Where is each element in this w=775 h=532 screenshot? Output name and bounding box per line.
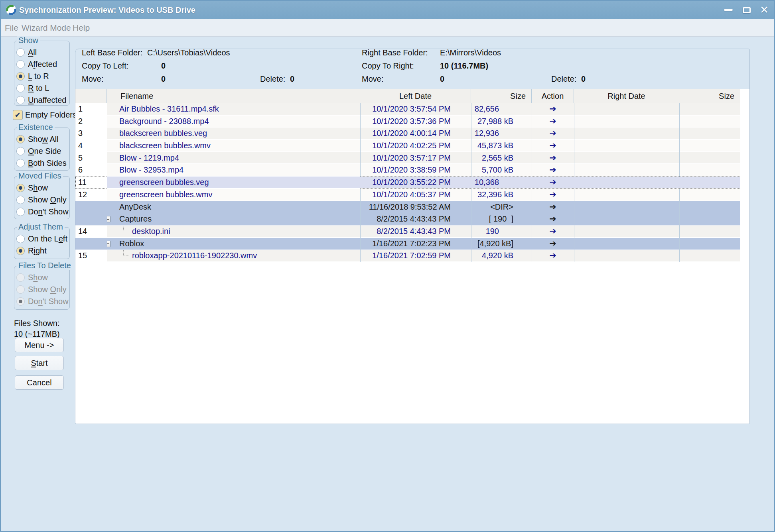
title-bar[interactable]: Synchronization Preview: Videos to USB D… xyxy=(1,1,774,19)
filename-text: robloxapp-20210116-1902230.wmv xyxy=(132,251,257,260)
table-row[interactable]: 14 desktop.ini 8/2/2015 4:43:43 PM 190 ➔ xyxy=(75,226,740,238)
cancel-button[interactable]: Cancel xyxy=(15,375,64,390)
radio-show-unaffected[interactable]: Unaffected xyxy=(14,94,69,106)
radio-show-l-to-r[interactable]: L to R xyxy=(14,70,69,82)
right-size-cell xyxy=(679,201,740,214)
right-size-cell xyxy=(679,152,740,165)
table-row[interactable]: 5 Blow - 1219.mp4 10/1/2020 3:57:17 PM 2… xyxy=(75,152,740,165)
radio-moved-show-only[interactable]: Show Only xyxy=(14,194,69,206)
radio-moved-show[interactable]: Show xyxy=(14,182,69,194)
minimize-button[interactable] xyxy=(722,1,735,19)
action-arrow-icon: ➔ xyxy=(532,238,574,250)
radio-show-all[interactable]: All xyxy=(14,46,69,58)
empty-folders-label: Empty Folders xyxy=(25,110,77,120)
filename-text: Blow - 32953.mp4 xyxy=(119,165,183,174)
action-arrow-icon: ➔ xyxy=(532,250,574,262)
filename-text: Blow - 1219.mp4 xyxy=(119,153,179,162)
size-cell: 10,368 xyxy=(471,177,532,189)
filename-text: Roblox xyxy=(119,239,144,248)
radio-icon xyxy=(16,48,25,57)
table-row[interactable]: 1 Air Bubbles - 31611.mp4.sfk 10/1/2020 … xyxy=(75,103,740,116)
filename-text: Air Bubbles - 31611.mp4.sfk xyxy=(119,104,219,113)
menu-wizard-mode[interactable]: Wizard Mode xyxy=(22,19,71,36)
radio-adjust-on-the-left[interactable]: On the Left xyxy=(14,233,69,245)
header-size[interactable]: Size xyxy=(471,89,532,103)
action-arrow-icon: ➔ xyxy=(532,128,574,140)
row-number-cell: 4 xyxy=(75,140,107,152)
right-size-cell xyxy=(679,103,740,116)
radio-existence-show-all[interactable]: Show All xyxy=(14,133,69,145)
header-left-date[interactable]: Left Date xyxy=(360,89,471,103)
action-arrow-icon: ➔ xyxy=(532,152,574,165)
left-date-cell: 10/1/2020 3:55:22 PM xyxy=(360,177,471,189)
filename-cell: robloxapp-20210116-1902230.wmv xyxy=(107,250,360,262)
right-size-cell xyxy=(679,140,740,152)
action-arrow-icon: ➔ xyxy=(532,226,574,238)
menu-file[interactable]: File xyxy=(5,19,18,36)
right-size-cell xyxy=(679,116,740,128)
right-date-cell xyxy=(574,103,679,116)
row-number-cell: 1 xyxy=(75,103,107,116)
table-row[interactable]: 6 Blow - 32953.mp4 10/1/2020 3:38:59 PM … xyxy=(75,164,740,177)
files-shown-summary: Files Shown: 10 (~117MB) xyxy=(14,318,60,340)
files-shown-label: Files Shown: xyxy=(14,318,60,329)
row-number-cell xyxy=(75,213,107,226)
tree-branch-icon xyxy=(123,250,129,255)
table-row[interactable]: Roblox 1/16/2021 7:02:23 PM [4,920 kB] ➔ xyxy=(75,238,740,250)
table-row[interactable]: AnyDesk 11/16/2018 9:53:52 AM <DIR> ➔ xyxy=(75,201,740,214)
filename-cell: greenscreen bubbles.veg xyxy=(107,177,360,189)
size-cell: [4,920 kB] xyxy=(471,238,532,250)
radio-icon xyxy=(16,159,25,167)
radio-icon-selected xyxy=(16,135,25,143)
menu-button[interactable]: Menu -> xyxy=(15,338,64,352)
size-cell: [ 190 ] xyxy=(471,213,532,226)
header-blank[interactable] xyxy=(75,89,107,103)
table-row[interactable]: Captures 8/2/2015 4:43:43 PM [ 190 ] ➔ xyxy=(75,213,740,226)
radio-icon xyxy=(16,60,25,69)
right-date-cell xyxy=(574,213,679,226)
moved-files-group-title: Moved Files xyxy=(17,171,63,181)
header-right-date[interactable]: Right Date xyxy=(574,89,679,103)
files-to-delete-group-title: Files To Delete xyxy=(17,261,73,270)
table-row[interactable]: 2 Background - 23088.mp4 10/1/2020 3:57:… xyxy=(75,116,740,128)
header-right-size[interactable]: Size xyxy=(679,89,740,103)
radio-moved-dont-show[interactable]: Don't Show xyxy=(14,206,69,218)
adjust-them-group: Adjust Them On the Left Right xyxy=(14,227,70,259)
right-size-cell xyxy=(679,189,740,201)
filename-text: AnyDesk xyxy=(119,202,151,211)
radio-existence-one-side[interactable]: One Side xyxy=(14,145,69,157)
filename-text: desktop.ini xyxy=(132,227,170,236)
header-filename[interactable]: Filename xyxy=(107,89,360,103)
right-size-cell xyxy=(679,177,740,189)
maximize-button[interactable] xyxy=(740,1,753,19)
app-logo-icon xyxy=(6,4,17,16)
table-row[interactable]: 11 greenscreen bubbles.veg 10/1/2020 3:5… xyxy=(75,177,740,189)
menu-help[interactable]: Help xyxy=(73,19,90,36)
row-number-cell xyxy=(75,238,107,250)
header-action[interactable]: Action xyxy=(532,89,574,103)
radio-adjust-right[interactable]: Right xyxy=(14,245,69,257)
radio-existence-both-sides[interactable]: Both Sides xyxy=(14,157,69,169)
table-body: 1 Air Bubbles - 31611.mp4.sfk 10/1/2020 … xyxy=(75,103,740,262)
adjust-them-group-title: Adjust Them xyxy=(17,222,65,232)
action-arrow-icon: ➔ xyxy=(532,177,574,189)
collapse-expander-icon[interactable] xyxy=(107,216,110,222)
close-button[interactable]: ✕ xyxy=(758,1,771,19)
radio-icon-disabled xyxy=(16,273,25,282)
size-cell: 45,873 kB xyxy=(471,140,532,152)
empty-folders-checkbox[interactable]: ✔ Empty Folders xyxy=(13,110,77,120)
filename-text: blackscreen bubbles.wmv xyxy=(119,141,211,150)
size-cell: 82,656 xyxy=(471,103,532,116)
right-size-cell xyxy=(679,226,740,238)
collapse-expander-icon[interactable] xyxy=(107,241,110,247)
right-date-cell xyxy=(574,152,679,165)
table-row[interactable]: 4 blackscreen bubbles.wmv 10/1/2020 4:02… xyxy=(75,140,740,152)
filename-text: Captures xyxy=(119,214,152,223)
table-row[interactable]: 15 robloxapp-20210116-1902230.wmv 1/16/2… xyxy=(75,250,740,262)
radio-show-affected[interactable]: Affected xyxy=(14,58,69,70)
table-row[interactable]: 3 blackscreen bubbles.veg 10/1/2020 4:00… xyxy=(75,128,740,140)
left-date-cell: 10/1/2020 4:02:25 PM xyxy=(360,140,471,152)
table-row[interactable]: 12 greenscreen bubbles.wmv 10/1/2020 4:0… xyxy=(75,189,740,201)
start-button[interactable]: Start xyxy=(15,356,64,370)
radio-show-r-to-l[interactable]: R to L xyxy=(14,82,69,94)
